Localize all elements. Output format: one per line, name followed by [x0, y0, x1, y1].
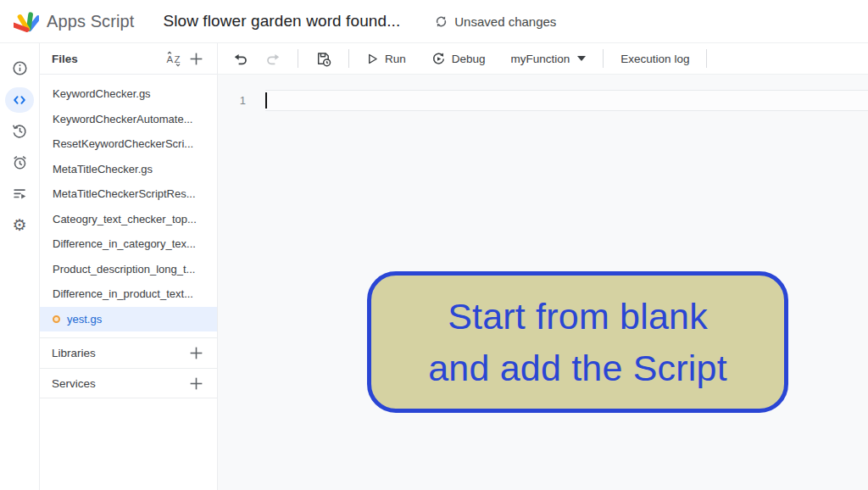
file-name: Cateogry_text_checker_top...: [53, 213, 197, 226]
redo-button[interactable]: [259, 47, 287, 70]
debug-label: Debug: [452, 53, 486, 65]
file-name: ResetKeywordCheckerScri...: [53, 137, 193, 150]
sidebar-item-triggers[interactable]: [0, 147, 40, 178]
sidebar-item-settings[interactable]: ⚙: [0, 209, 40, 241]
file-item[interactable]: Difference_in_category_tex...: [40, 231, 217, 257]
file-item[interactable]: yest.gs: [40, 307, 217, 332]
save-status-label: Unsaved changes: [454, 14, 556, 29]
editor-toolbar: Run Debug myFunction: [218, 43, 868, 75]
file-name: KeywordChecker.gs: [53, 87, 151, 100]
project-title[interactable]: Slow flower garden word found...: [163, 12, 400, 31]
callout-line-2: and add the Script: [428, 342, 727, 394]
file-item[interactable]: KeywordCheckerAutomate...: [40, 107, 217, 132]
section-spacer: [40, 331, 217, 337]
add-service-button[interactable]: [185, 372, 207, 394]
add-library-button[interactable]: [185, 342, 207, 365]
toolbar-divider: [603, 49, 604, 68]
run-label: Run: [385, 53, 406, 65]
apps-script-home-link[interactable]: Apps Script: [14, 8, 134, 34]
libraries-label: Libraries: [52, 347, 185, 359]
app-header: Apps Script Slow flower garden word foun…: [0, 0, 868, 43]
svg-text:A: A: [166, 53, 173, 64]
execution-log-label: Execution log: [620, 53, 689, 65]
file-name: Difference_in_category_tex...: [53, 237, 196, 250]
app-name: Apps Script: [47, 12, 134, 31]
left-rail: ⚙: [0, 43, 40, 490]
services-label: Services: [52, 377, 185, 390]
debug-icon: [431, 52, 446, 66]
modified-dot-icon: [53, 315, 60, 323]
file-name: KeywordCheckerAutomate...: [53, 113, 192, 125]
file-name: Product_description_long_t...: [53, 263, 195, 276]
toolbar-divider: [298, 49, 298, 68]
sidebar-item-executions[interactable]: [0, 178, 40, 209]
file-item[interactable]: KeywordChecker.gs: [40, 81, 217, 107]
current-line: 1: [218, 90, 868, 111]
files-panel-title: Files: [52, 53, 163, 65]
info-icon: [12, 60, 28, 76]
function-selector-label: myFunction: [511, 53, 570, 65]
toolbar-divider: [706, 49, 707, 68]
svg-text:Z: Z: [174, 53, 180, 64]
services-section: Services: [40, 368, 217, 398]
sort-az-button[interactable]: A Z: [163, 47, 185, 70]
file-list: KeywordChecker.gs KeywordCheckerAutomate…: [40, 75, 217, 331]
editor-column: Run Debug myFunction: [218, 43, 868, 490]
file-name: Difference_in_product_text...: [53, 287, 193, 300]
save-project-button[interactable]: [309, 47, 338, 71]
alarm-clock-icon: [12, 154, 28, 170]
line-number: 1: [218, 90, 265, 111]
run-icon: [366, 53, 379, 65]
file-name: yest.gs: [67, 313, 102, 326]
callout-line-1: Start from blank: [448, 291, 708, 342]
chevron-down-icon: [577, 56, 586, 61]
current-line-highlight: [265, 90, 868, 111]
sidebar-item-overview[interactable]: [0, 53, 40, 84]
files-panel: Files A Z: [40, 43, 218, 490]
sidebar-item-project-history[interactable]: [0, 115, 40, 147]
add-file-button[interactable]: [185, 47, 207, 70]
file-item[interactable]: Difference_in_product_text...: [40, 281, 217, 307]
toolbar-divider: [348, 49, 349, 68]
undo-button[interactable]: [226, 47, 255, 70]
apps-script-window: Apps Script Slow flower garden word foun…: [0, 0, 868, 490]
file-name: MetaTitleChecker.gs: [53, 163, 153, 175]
sidebar-item-editor[interactable]: [0, 84, 40, 115]
libraries-section: Libraries: [40, 337, 217, 368]
annotation-callout: Start from blank and add the Script: [367, 271, 788, 413]
execution-log-button[interactable]: Execution log: [614, 48, 696, 70]
function-selector-dropdown[interactable]: myFunction: [504, 48, 593, 70]
files-panel-header: Files A Z: [40, 43, 217, 75]
text-cursor: [265, 92, 267, 109]
file-item[interactable]: MetaTitleCheckerScriptRes...: [40, 181, 217, 207]
apps-script-logo-icon: [14, 8, 39, 34]
file-item[interactable]: MetaTitleChecker.gs: [40, 157, 217, 182]
file-item[interactable]: ResetKeywordCheckerScri...: [40, 131, 217, 157]
list-play-icon: [12, 186, 28, 202]
code-icon: [5, 87, 34, 113]
save-status: Unsaved changes: [434, 14, 556, 29]
history-icon: [12, 123, 28, 139]
debug-button[interactable]: Debug: [425, 47, 492, 70]
sync-icon: [434, 14, 448, 29]
run-button[interactable]: Run: [359, 48, 413, 70]
file-item[interactable]: Product_description_long_t...: [40, 257, 217, 282]
gear-icon: ⚙: [12, 217, 26, 233]
file-name: MetaTitleCheckerScriptRes...: [53, 187, 196, 200]
file-item[interactable]: Cateogry_text_checker_top...: [40, 207, 217, 232]
